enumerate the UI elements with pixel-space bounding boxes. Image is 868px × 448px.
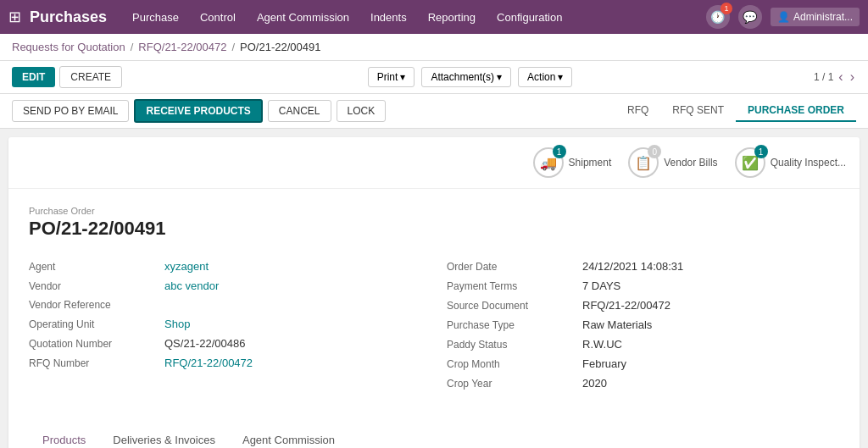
shipment-icon: 🚚 1 xyxy=(533,147,564,178)
payment-terms-value: 7 DAYS xyxy=(582,279,620,292)
form-area: Purchase Order PO/21-22/00491 Agent xyza… xyxy=(8,189,860,410)
app-title: Purchases xyxy=(30,8,107,26)
vendor-bills-smart-button[interactable]: 📋 0 Vendor Bills xyxy=(628,147,717,178)
field-agent: Agent xyzagent xyxy=(29,257,421,276)
chat-icon[interactable]: 💬 xyxy=(738,5,762,29)
operating-unit-label: Operating Unit xyxy=(29,318,164,330)
form-grid: Agent xyzagent Vendor abc vendor Vendor … xyxy=(29,257,839,393)
cancel-button[interactable]: CANCEL xyxy=(268,100,331,122)
operating-unit-value[interactable]: Shop xyxy=(164,318,190,330)
vendor-bills-label: Vendor Bills xyxy=(664,157,717,169)
action-chevron-icon: ▾ xyxy=(558,71,563,83)
secondary-toolbar: SEND PO BY EMAIL RECEIVE PRODUCTS CANCEL… xyxy=(0,94,868,129)
form-right-column: Order Date 24/12/2021 14:08:31 Payment T… xyxy=(447,257,839,393)
crop-year-value: 2020 xyxy=(582,377,607,390)
nav-indents[interactable]: Indents xyxy=(362,8,415,27)
attachments-dropdown[interactable]: Attachment(s) ▾ xyxy=(421,67,511,87)
field-vendor: Vendor abc vendor xyxy=(29,276,421,296)
attachments-chevron-icon: ▾ xyxy=(497,71,502,83)
tab-agent-commission[interactable]: Agent Commission xyxy=(229,427,348,448)
agent-value[interactable]: xyzagent xyxy=(164,260,209,273)
vendor-bills-icon: 📋 0 xyxy=(628,147,659,178)
source-doc-label: Source Document xyxy=(447,300,582,312)
breadcrumb-rfq-number-link[interactable]: RFQ/21-22/00472 xyxy=(138,41,226,53)
status-tabs: RFQ RFQ SENT PURCHASE ORDER xyxy=(615,100,856,122)
field-operating-unit: Operating Unit Shop xyxy=(29,314,421,334)
status-tab-purchase-order[interactable]: PURCHASE ORDER xyxy=(736,100,856,122)
field-crop-year: Crop Year 2020 xyxy=(447,373,839,393)
clock-icon[interactable]: 🕐 1 xyxy=(706,5,730,29)
field-payment-terms: Payment Terms 7 DAYS xyxy=(447,276,839,296)
app-grid-icon[interactable]: ⊞ xyxy=(8,8,21,26)
order-date-label: Order Date xyxy=(447,261,582,273)
tab-deliveries-invoices[interactable]: Deliveries & Invoices xyxy=(99,427,229,448)
page-next-button[interactable]: › xyxy=(849,69,856,85)
user-menu-button[interactable]: 👤 Administrat... xyxy=(771,8,860,26)
crop-month-value: February xyxy=(582,357,626,370)
field-rfq-number: RFQ Number RFQ/21-22/00472 xyxy=(29,353,421,373)
vendor-bills-count: 0 xyxy=(648,145,661,158)
field-quotation-number: Quotation Number QS/21-22/00486 xyxy=(29,334,421,353)
paddy-status-label: Paddy Status xyxy=(447,339,582,351)
clock-badge: 1 xyxy=(721,3,732,14)
user-label: Administrat... xyxy=(793,11,853,23)
status-tab-rfq-sent[interactable]: RFQ SENT xyxy=(660,100,736,122)
shipment-smart-button[interactable]: 🚚 1 Shipment xyxy=(533,147,612,178)
nav-agent-commission[interactable]: Agent Commission xyxy=(248,8,358,27)
quality-inspect-count: 1 xyxy=(754,145,768,158)
page-text: 1 / 1 xyxy=(814,71,833,83)
crop-month-label: Crop Month xyxy=(447,358,582,370)
shipment-label: Shipment xyxy=(569,157,612,169)
field-vendor-reference: Vendor Reference xyxy=(29,296,421,314)
purchase-type-value: Raw Materials xyxy=(582,318,652,331)
nav-purchase[interactable]: Purchase xyxy=(124,8,187,27)
page-indicator: 1 / 1 ‹ › xyxy=(814,69,856,85)
nav-right-area: 🕐 1 💬 👤 Administrat... xyxy=(706,5,860,29)
order-date-value: 24/12/2021 14:08:31 xyxy=(582,260,683,273)
print-label: Print xyxy=(377,71,398,83)
form-section-label: Purchase Order xyxy=(29,206,839,216)
field-order-date: Order Date 24/12/2021 14:08:31 xyxy=(447,257,839,276)
receive-products-button[interactable]: RECEIVE PRODUCTS xyxy=(134,99,262,123)
quotation-number-label: Quotation Number xyxy=(29,338,164,350)
breadcrumb-rfq-link[interactable]: Requests for Quotation xyxy=(12,41,125,53)
send-po-email-button[interactable]: SEND PO BY EMAIL xyxy=(12,100,129,122)
field-source-document: Source Document RFQ/21-22/00472 xyxy=(447,296,839,315)
tab-products[interactable]: Products xyxy=(29,427,99,448)
action-dropdown[interactable]: Action ▾ xyxy=(518,67,572,87)
nav-configuration[interactable]: Configuration xyxy=(488,8,570,27)
vendor-ref-label: Vendor Reference xyxy=(29,299,164,311)
smart-buttons-row: 🚚 1 Shipment 📋 0 Vendor Bills ✅ 1 Qualit… xyxy=(8,137,860,189)
vendor-value[interactable]: abc vendor xyxy=(164,279,219,292)
breadcrumb-sep2: / xyxy=(231,41,235,53)
page-prev-button[interactable]: ‹ xyxy=(837,69,844,85)
quality-inspect-smart-button[interactable]: ✅ 1 Quality Inspect... xyxy=(735,147,846,178)
breadcrumb-sep1: / xyxy=(131,41,134,53)
nav-control[interactable]: Control xyxy=(192,8,244,27)
print-chevron-icon: ▾ xyxy=(400,71,405,83)
action-center: Print ▾ Attachment(s) ▾ Action ▾ xyxy=(368,67,573,87)
quotation-number-value: QS/21-22/00486 xyxy=(164,337,245,350)
user-avatar-icon: 👤 xyxy=(777,11,790,23)
breadcrumb-po-number: PO/21-22/00491 xyxy=(240,41,320,53)
rfq-number-value[interactable]: RFQ/21-22/00472 xyxy=(164,357,253,369)
attachments-label: Attachment(s) xyxy=(431,71,494,83)
po-number-title: PO/21-22/00491 xyxy=(29,218,839,240)
quality-inspect-icon: ✅ 1 xyxy=(735,147,765,178)
agent-label: Agent xyxy=(29,261,164,273)
content-tabs: Products Deliveries & Invoices Agent Com… xyxy=(8,427,860,448)
nav-menu: Purchase Control Agent Commission Indent… xyxy=(124,8,706,27)
paddy-status-value: R.W.UC xyxy=(582,338,622,351)
create-button[interactable]: CREATE xyxy=(59,66,122,88)
print-dropdown[interactable]: Print ▾ xyxy=(368,67,415,87)
action-bar: EDIT CREATE Print ▾ Attachment(s) ▾ Acti… xyxy=(0,61,868,94)
status-tab-rfq[interactable]: RFQ xyxy=(615,100,660,122)
purchase-type-label: Purchase Type xyxy=(447,319,582,331)
edit-button[interactable]: EDIT xyxy=(12,67,55,87)
action-label: Action xyxy=(527,71,555,83)
nav-reporting[interactable]: Reporting xyxy=(420,8,484,27)
lock-button[interactable]: LOCK xyxy=(337,100,387,122)
form-left-column: Agent xyzagent Vendor abc vendor Vendor … xyxy=(29,257,421,393)
main-content: 🚚 1 Shipment 📋 0 Vendor Bills ✅ 1 Qualit… xyxy=(8,137,860,448)
rfq-number-label: RFQ Number xyxy=(29,357,164,369)
